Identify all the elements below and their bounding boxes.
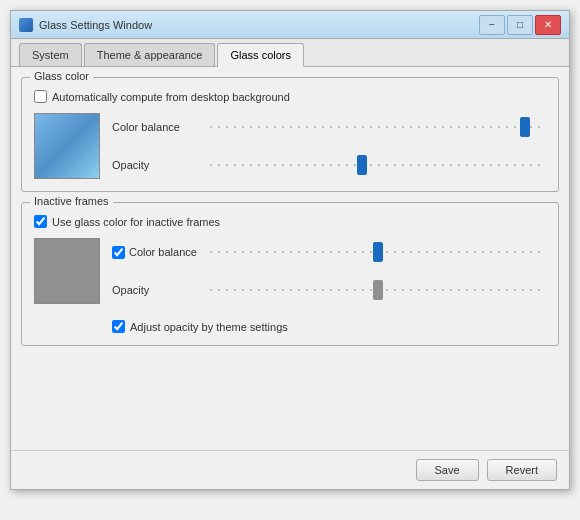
bottom-bar: Save Revert bbox=[11, 450, 569, 489]
color-balance-row: Color balance bbox=[112, 115, 546, 139]
title-bar: Glass Settings Window − □ ✕ bbox=[11, 11, 569, 39]
maximize-button[interactable]: □ bbox=[507, 15, 533, 35]
inactive-sliders: Color balance Opacity Ad bbox=[34, 238, 546, 333]
tab-content: Glass color Automatically compute from d… bbox=[11, 67, 569, 450]
inactive-color-preview bbox=[34, 238, 100, 304]
inactive-opacity-slider[interactable] bbox=[210, 288, 546, 292]
auto-compute-row: Automatically compute from desktop backg… bbox=[34, 90, 546, 103]
revert-button[interactable]: Revert bbox=[487, 459, 557, 481]
inactive-color-balance-checkbox[interactable] bbox=[112, 246, 125, 259]
inactive-color-balance-label: Color balance bbox=[112, 246, 202, 259]
app-icon bbox=[19, 18, 33, 32]
auto-compute-checkbox[interactable] bbox=[34, 90, 47, 103]
glass-color-group-label: Glass color bbox=[30, 70, 93, 82]
auto-compute-label: Automatically compute from desktop backg… bbox=[52, 91, 290, 103]
save-button[interactable]: Save bbox=[416, 459, 479, 481]
window-controls: − □ ✕ bbox=[479, 15, 561, 35]
close-button[interactable]: ✕ bbox=[535, 15, 561, 35]
opacity-slider[interactable] bbox=[210, 163, 546, 167]
color-balance-label: Color balance bbox=[112, 121, 202, 133]
window-title: Glass Settings Window bbox=[39, 19, 479, 31]
opacity-slider-container bbox=[210, 153, 546, 177]
inactive-opacity-slider-container bbox=[210, 278, 546, 302]
tab-bar: System Theme & appearance Glass colors bbox=[11, 39, 569, 67]
inactive-frames-group-label: Inactive frames bbox=[30, 195, 113, 207]
adjust-opacity-row: Adjust opacity by theme settings bbox=[112, 320, 546, 333]
tab-theme[interactable]: Theme & appearance bbox=[84, 43, 216, 66]
inactive-frames-group: Inactive frames Use glass color for inac… bbox=[21, 202, 559, 346]
glass-sliders-area: Color balance Opacity bbox=[112, 113, 546, 177]
tab-system[interactable]: System bbox=[19, 43, 82, 66]
opacity-label: Opacity bbox=[112, 159, 202, 171]
inactive-opacity-row: Opacity bbox=[112, 278, 546, 302]
color-balance-slider-container bbox=[210, 115, 546, 139]
glass-color-group: Glass color Automatically compute from d… bbox=[21, 77, 559, 192]
use-glass-color-label: Use glass color for inactive frames bbox=[52, 216, 220, 228]
inactive-color-balance-row: Color balance bbox=[112, 240, 546, 264]
opacity-row: Opacity bbox=[112, 153, 546, 177]
use-glass-color-checkbox[interactable] bbox=[34, 215, 47, 228]
glass-color-preview bbox=[34, 113, 100, 179]
minimize-button[interactable]: − bbox=[479, 15, 505, 35]
glass-color-sliders: Color balance Opacity bbox=[34, 113, 546, 179]
inactive-color-balance-slider[interactable] bbox=[210, 250, 546, 254]
inactive-sliders-area: Color balance Opacity Ad bbox=[112, 238, 546, 333]
main-window: Glass Settings Window − □ ✕ System Theme… bbox=[10, 10, 570, 490]
inactive-color-balance-slider-container bbox=[210, 240, 546, 264]
inactive-opacity-label: Opacity bbox=[112, 284, 202, 296]
tab-glass[interactable]: Glass colors bbox=[217, 43, 304, 67]
adjust-opacity-label: Adjust opacity by theme settings bbox=[130, 321, 288, 333]
color-balance-slider[interactable] bbox=[210, 125, 546, 129]
use-glass-color-row: Use glass color for inactive frames bbox=[34, 215, 546, 228]
adjust-opacity-checkbox[interactable] bbox=[112, 320, 125, 333]
